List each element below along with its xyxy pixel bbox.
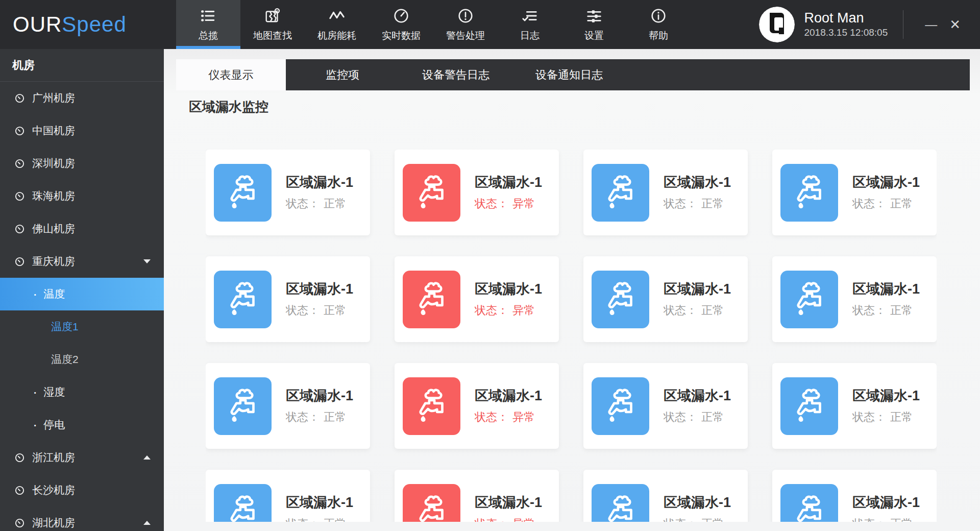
device-title: 区域漏水-1 [664, 494, 731, 511]
device-title: 区域漏水-1 [286, 387, 353, 404]
faucet-icon [592, 484, 649, 522]
topnav-item-room-energy[interactable]: 机房能耗 [305, 0, 369, 49]
device-status: 状态：异常 [475, 516, 542, 522]
device-status: 状态：正常 [852, 196, 920, 211]
device-card[interactable]: 区域漏水-1 状态：正常 [583, 470, 748, 522]
faucet-icon [592, 377, 649, 435]
device-card[interactable]: 区域漏水-1 状态：异常 [395, 256, 559, 342]
device-card[interactable]: 区域漏水-1 状态：正常 [206, 470, 370, 522]
sidebar-item-hubei[interactable]: 湖北机房 [0, 506, 164, 531]
faucet-icon [780, 484, 838, 522]
device-status: 状态：正常 [286, 303, 353, 318]
tab-bar: 仪表显示监控项设备警告日志设备通知日志 [176, 59, 970, 90]
faucet-icon [403, 484, 460, 522]
device-title: 区域漏水-1 [475, 387, 542, 404]
gauge-icon [393, 7, 410, 25]
gauge-icon [15, 518, 24, 528]
gauge-icon [15, 224, 24, 234]
topnav-item-help[interactable]: 帮助 [626, 0, 691, 49]
sidebar-item-zhongguo[interactable]: 中国机房 [0, 114, 164, 147]
device-card[interactable]: 区域漏水-1 状态：正常 [583, 363, 748, 449]
faucet-icon [214, 271, 272, 328]
gauge-icon [15, 191, 24, 201]
caret-down-icon [143, 259, 151, 263]
device-card[interactable]: 区域漏水-1 状态：异常 [395, 150, 559, 235]
topnav-item-logs[interactable]: 日志 [498, 0, 562, 49]
device-card[interactable]: 区域漏水-1 状态：正常 [206, 150, 370, 235]
device-title: 区域漏水-1 [664, 387, 731, 404]
faucet-icon [780, 377, 838, 435]
device-card[interactable]: 区域漏水-1 状态：正常 [772, 256, 937, 342]
brand-logo: OURSpeed [0, 0, 176, 49]
energy-icon [328, 7, 346, 25]
device-status: 状态：正常 [286, 516, 353, 522]
close-button[interactable]: ✕ [943, 15, 967, 34]
device-title: 区域漏水-1 [852, 387, 920, 404]
device-card[interactable]: 区域漏水-1 状态：正常 [583, 256, 748, 342]
sidebar-item-foshan[interactable]: 佛山机房 [0, 212, 164, 245]
faucet-icon [403, 271, 460, 328]
topnav-item-realtime-data[interactable]: 实时数据 [369, 0, 433, 49]
sidebar-item-chongqing[interactable]: 重庆机房 [0, 245, 164, 278]
device-card[interactable]: 区域漏水-1 状态：异常 [395, 470, 559, 522]
gauge-icon [15, 486, 24, 495]
avatar[interactable] [759, 7, 795, 42]
topnav: 总揽 地图查找 机房能耗 实时数据 警告处理 日志 设置 帮助 [176, 0, 691, 49]
device-card[interactable]: 区域漏水-1 状态：正常 [583, 150, 748, 235]
device-title: 区域漏水-1 [664, 174, 731, 191]
sidebar-item-wendu2[interactable]: 温度2 [0, 343, 164, 376]
device-status: 状态：正常 [664, 516, 731, 522]
window-divider [903, 10, 903, 39]
device-status: 状态：正常 [852, 303, 920, 318]
sidebar-item-wendu1[interactable]: 温度1 [0, 310, 164, 343]
card-grid: 区域漏水-1 状态：正常 区域漏水-1 状态：异常 区域漏水-1 状态：正常 区… [206, 150, 937, 522]
list-icon [200, 7, 217, 25]
topnav-item-overview[interactable]: 总揽 [176, 0, 240, 49]
device-title: 区域漏水-1 [286, 280, 353, 298]
sidebar-item-changsha[interactable]: 长沙机房 [0, 474, 164, 506]
device-status: 状态：异常 [475, 303, 542, 318]
sidebar-item-zhejiang[interactable]: 浙江机房 [0, 441, 164, 474]
tab-dashboard[interactable]: 仪表显示 [176, 59, 286, 90]
faucet-icon [403, 164, 460, 222]
log-icon [521, 7, 538, 25]
gauge-icon [15, 126, 24, 136]
sidebar-item-guangzhou[interactable]: 广州机房 [0, 82, 164, 114]
sidebar-header: 机房 [0, 49, 164, 82]
sidebar-item-shenzhen[interactable]: 深圳机房 [0, 147, 164, 180]
topnav-item-settings[interactable]: 设置 [562, 0, 626, 49]
tab-notify-log[interactable]: 设备通知日志 [512, 59, 626, 90]
help-icon [650, 7, 667, 25]
device-card[interactable]: 区域漏水-1 状态：正常 [772, 150, 937, 235]
minimize-button[interactable]: — [919, 15, 943, 34]
faucet-icon [780, 271, 838, 328]
tab-monitor-item[interactable]: 监控项 [286, 59, 399, 90]
sidebar-item-zhuhai[interactable]: 珠海机房 [0, 180, 164, 212]
topnav-item-alert-handling[interactable]: 警告处理 [433, 0, 498, 49]
device-title: 区域漏水-1 [852, 494, 920, 511]
device-card[interactable]: 区域漏水-1 状态：正常 [206, 363, 370, 449]
device-status: 状态：正常 [664, 196, 731, 211]
sidebar-item-wendu[interactable]: 温度 [0, 278, 164, 310]
device-status: 状态：正常 [852, 516, 920, 522]
faucet-icon [780, 164, 838, 222]
device-card[interactable]: 区域漏水-1 状态：正常 [772, 363, 937, 449]
faucet-icon [214, 484, 272, 522]
tab-alarm-log[interactable]: 设备警告日志 [399, 59, 512, 90]
device-card[interactable]: 区域漏水-1 状态：正常 [206, 256, 370, 342]
brand-prefix: OUR [13, 12, 62, 37]
topbar: OURSpeed 总揽 地图查找 机房能耗 实时数据 警告处理 日志 设置 帮助… [0, 0, 980, 49]
gauge-icon [15, 257, 24, 267]
faucet-icon [403, 377, 460, 435]
caret-up-icon [143, 455, 151, 460]
device-title: 区域漏水-1 [286, 494, 353, 511]
topnav-item-map-search[interactable]: 地图查找 [240, 0, 305, 49]
gauge-icon [15, 453, 24, 463]
user-name: Root Man [804, 10, 888, 26]
device-card[interactable]: 区域漏水-1 状态：正常 [772, 470, 937, 522]
sidebar-item-shidu[interactable]: 湿度 [0, 376, 164, 408]
page-title: 区域漏水监控 [189, 98, 980, 116]
device-title: 区域漏水-1 [852, 280, 920, 298]
sidebar-item-tingdian[interactable]: 停电 [0, 408, 164, 441]
device-card[interactable]: 区域漏水-1 状态：异常 [395, 363, 559, 449]
